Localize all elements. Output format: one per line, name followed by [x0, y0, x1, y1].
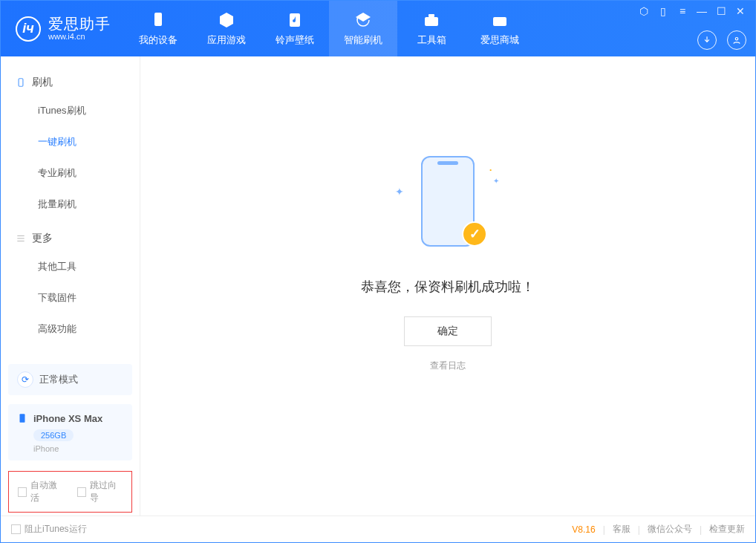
logo: iч 爱思助手 www.i4.cn	[1, 16, 124, 41]
sidebar-item-advanced[interactable]: 高级功能	[1, 313, 140, 345]
store-icon	[491, 11, 509, 29]
sidebar-section-more: 更多	[1, 226, 140, 251]
sidebar-item-other-tools[interactable]: 其他工具	[1, 251, 140, 282]
nav-label: 爱思商城	[480, 33, 519, 47]
storage-badge: 256GB	[33, 429, 74, 441]
highlighted-options: 自动激活 跳过向导	[8, 471, 132, 513]
user-icon[interactable]	[727, 30, 746, 50]
window-controls: ⬡ ▯ ≡ — ☐ ✕	[638, 5, 746, 17]
checkbox-label: 跳过向导	[90, 479, 123, 504]
nav-label: 我的设备	[139, 33, 177, 47]
phone-icon	[17, 412, 27, 425]
auto-activate-checkbox[interactable]: 自动激活	[18, 479, 64, 504]
svg-rect-0	[154, 13, 162, 26]
main-content: ✓ ✦ ✦ • 恭喜您，保资料刷机成功啦！ 确定 查看日志	[140, 56, 755, 516]
svg-rect-6	[19, 79, 23, 87]
check-icon: ✓	[462, 221, 487, 247]
nav-toolbox[interactable]: 工具箱	[397, 1, 466, 56]
device-name: iPhone XS Max	[33, 413, 102, 424]
pin-icon[interactable]: ⬡	[638, 5, 650, 17]
svg-point-5	[735, 38, 738, 41]
wechat-link[interactable]: 微信公众号	[648, 523, 692, 536]
sidebar-item-pro-flash[interactable]: 专业刷机	[1, 157, 140, 189]
sidebar: 刷机 iTunes刷机 一键刷机 专业刷机 批量刷机 更多 其他工具 下载固件 …	[1, 56, 140, 516]
sparkle-icon: •	[489, 166, 492, 173]
logo-icon: iч	[16, 16, 41, 42]
sidebar-item-itunes-flash[interactable]: iTunes刷机	[1, 95, 140, 126]
device-icon	[149, 11, 167, 29]
nav-my-device[interactable]: 我的设备	[124, 1, 192, 56]
success-illustration: ✓ ✦ ✦ •	[385, 156, 511, 260]
status-mode: 正常模式	[39, 373, 78, 386]
nav-smart-flash[interactable]: 智能刷机	[329, 1, 397, 56]
body: 刷机 iTunes刷机 一键刷机 专业刷机 批量刷机 更多 其他工具 下载固件 …	[1, 56, 755, 516]
ok-button[interactable]: 确定	[404, 316, 492, 346]
cube-icon	[218, 11, 235, 29]
footer: 阻止iTunes运行 V8.16 | 客服 | 微信公众号 | 检查更新	[1, 516, 755, 542]
header: ⬡ ▯ ≡ — ☐ ✕ iч 爱思助手 www.i4.cn 我的设备 应用游戏	[1, 1, 755, 56]
download-icon[interactable]	[697, 30, 717, 50]
svg-rect-3	[428, 14, 434, 17]
minimize-icon[interactable]: —	[696, 5, 708, 17]
view-log-link[interactable]: 查看日志	[430, 360, 466, 372]
section-label: 更多	[32, 232, 53, 245]
device-type: iPhone	[33, 444, 123, 453]
nav-label: 智能刷机	[344, 33, 382, 47]
device-box[interactable]: iPhone XS Max 256GB iPhone	[8, 404, 132, 461]
checkbox-label: 自动激活	[30, 479, 63, 504]
sidebar-section-flash: 刷机	[1, 70, 140, 95]
nav-label: 铃声壁纸	[276, 33, 314, 47]
block-itunes-checkbox[interactable]: 阻止iTunes运行	[11, 523, 87, 536]
section-label: 刷机	[32, 76, 53, 89]
menu-icon[interactable]: ≡	[677, 5, 688, 17]
close-icon[interactable]: ✕	[734, 5, 746, 17]
maximize-icon[interactable]: ☐	[715, 5, 727, 17]
svg-rect-4	[493, 17, 506, 26]
sidebar-item-download-firmware[interactable]: 下载固件	[1, 282, 140, 313]
check-update-link[interactable]: 检查更新	[709, 523, 745, 536]
success-message: 恭喜您，保资料刷机成功啦！	[361, 278, 535, 296]
sparkle-icon: ✦	[395, 186, 404, 198]
svg-rect-2	[425, 17, 438, 26]
list-icon	[16, 233, 26, 244]
sidebar-item-oneclick-flash[interactable]: 一键刷机	[1, 126, 140, 157]
toolbox-icon	[423, 11, 440, 29]
refresh-icon	[354, 11, 372, 29]
status-box: ⟳ 正常模式	[8, 364, 132, 395]
checkbox-icon	[18, 487, 27, 497]
svg-rect-7	[20, 414, 25, 423]
app-url: www.i4.cn	[48, 32, 111, 41]
sidebar-item-batch-flash[interactable]: 批量刷机	[1, 189, 140, 220]
nav-label: 应用游戏	[207, 33, 246, 47]
nav-label: 工具箱	[417, 33, 446, 47]
status-icon: ⟳	[17, 371, 33, 388]
app-name: 爱思助手	[48, 16, 111, 32]
phone-icon	[16, 77, 26, 88]
music-icon	[286, 11, 304, 29]
skip-guide-checkbox[interactable]: 跳过向导	[77, 479, 123, 504]
checkbox-label: 阻止iTunes运行	[25, 523, 87, 536]
app-window: ⬡ ▯ ≡ — ☐ ✕ iч 爱思助手 www.i4.cn 我的设备 应用游戏	[0, 0, 756, 543]
checkbox-icon	[11, 524, 21, 534]
support-link[interactable]: 客服	[613, 523, 630, 536]
header-right	[697, 30, 746, 50]
nav-ringtones-wallpapers[interactable]: 铃声壁纸	[261, 1, 329, 56]
top-nav: 我的设备 应用游戏 铃声壁纸 智能刷机 工具箱 爱思商城	[124, 1, 534, 56]
nav-store[interactable]: 爱思商城	[466, 1, 534, 56]
sparkle-icon: ✦	[493, 177, 499, 185]
nav-apps-games[interactable]: 应用游戏	[192, 1, 261, 56]
version-label: V8.16	[572, 524, 595, 535]
checkbox-icon	[77, 487, 86, 497]
collapse-icon[interactable]: ▯	[657, 5, 669, 17]
